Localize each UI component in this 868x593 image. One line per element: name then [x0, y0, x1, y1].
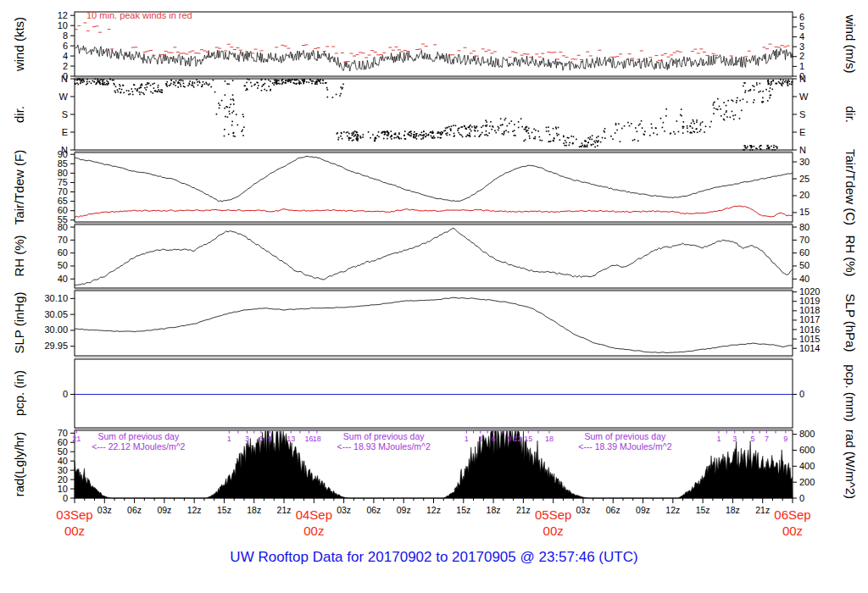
svg-text:2: 2 [63, 61, 68, 71]
svg-text:80: 80 [799, 222, 810, 232]
svg-text:10: 10 [58, 484, 68, 494]
svg-text:1020: 1020 [799, 286, 820, 296]
svg-text:0: 0 [63, 389, 68, 399]
svg-text:05Sep: 05Sep [535, 507, 571, 522]
svg-text:06Sep: 06Sep [774, 507, 810, 522]
svg-text:09z: 09z [636, 505, 650, 515]
svg-text:65: 65 [58, 196, 68, 206]
svg-text:80: 80 [58, 168, 68, 178]
svg-text:2: 2 [799, 51, 804, 61]
svg-text:1: 1 [799, 61, 804, 71]
svg-text:15z: 15z [696, 505, 710, 515]
svg-text:18z: 18z [487, 505, 501, 515]
svg-text:N: N [799, 74, 806, 84]
svg-text:70: 70 [58, 235, 68, 245]
svg-text:25: 25 [799, 174, 810, 184]
svg-text:Sum of previous day: Sum of previous day [585, 431, 666, 441]
svg-text:30.00: 30.00 [44, 324, 68, 335]
axis-label-slp-left: SLP (inHg) [12, 291, 26, 353]
axis-label-wind-left: wind (kts) [12, 17, 26, 71]
svg-text:9: 9 [268, 435, 272, 443]
svg-text:30: 30 [799, 157, 810, 167]
axis-label-rh-right: RH (%) [843, 235, 858, 276]
svg-text:15: 15 [524, 435, 532, 443]
svg-text:21: 21 [72, 435, 81, 443]
svg-text:0: 0 [63, 493, 68, 503]
axis-label-pcp-left: pcp. (in) [12, 370, 26, 416]
svg-text:09z: 09z [397, 505, 411, 515]
svg-text:85: 85 [58, 158, 68, 169]
svg-text:60: 60 [799, 247, 810, 258]
svg-text:Sum of previous day: Sum of previous day [343, 431, 425, 441]
svg-text:1017: 1017 [799, 314, 820, 324]
chart-title: UW Rooftop Data for 20170902 to 20170905… [0, 549, 868, 566]
svg-text:03z: 03z [576, 505, 590, 515]
svg-text:6: 6 [492, 435, 496, 443]
svg-text:30.05: 30.05 [44, 309, 68, 319]
svg-text:<--- 18.39 MJoules/m^2: <--- 18.39 MJoules/m^2 [578, 441, 671, 452]
axis-label-slp-right: SLP (hPa) [843, 294, 858, 352]
svg-text:75: 75 [58, 177, 68, 187]
svg-text:15z: 15z [456, 505, 470, 515]
svg-text:W: W [799, 91, 809, 102]
svg-text:13: 13 [287, 435, 295, 443]
svg-text:7: 7 [765, 435, 769, 443]
svg-text:06z: 06z [127, 505, 142, 515]
svg-text:S: S [799, 109, 805, 119]
svg-text:12: 12 [513, 435, 521, 443]
svg-text:29.95: 29.95 [44, 341, 68, 351]
svg-text:12: 12 [58, 10, 68, 20]
meteogram-svg: 0246810120123456NWSENNWSEN55606570758085… [0, 0, 868, 593]
svg-text:800: 800 [799, 429, 815, 439]
svg-text:50: 50 [58, 446, 68, 457]
svg-text:1015: 1015 [799, 334, 820, 344]
svg-text:21z: 21z [277, 505, 292, 515]
svg-text:6: 6 [799, 12, 804, 22]
svg-text:03z: 03z [337, 505, 351, 515]
svg-text:30.10: 30.10 [44, 293, 68, 303]
svg-text:<--- 18.93 MJoules/m^2: <--- 18.93 MJoules/m^2 [337, 441, 431, 452]
svg-text:50: 50 [799, 260, 810, 270]
svg-text:9: 9 [783, 435, 787, 443]
svg-text:3: 3 [478, 435, 482, 443]
axis-label-rad-right: rad (W/m^2) [843, 430, 858, 499]
svg-text:600: 600 [799, 445, 815, 455]
svg-text:06z: 06z [606, 505, 620, 515]
svg-text:4: 4 [799, 31, 804, 42]
svg-text:03Sep: 03Sep [56, 507, 92, 522]
svg-text:5: 5 [799, 21, 804, 31]
svg-text:50: 50 [58, 260, 68, 270]
svg-text:1018: 1018 [799, 305, 820, 315]
svg-text:N: N [799, 145, 806, 155]
svg-text:1016: 1016 [799, 324, 820, 335]
svg-text:10: 10 [58, 20, 68, 30]
svg-text:4: 4 [63, 51, 68, 61]
svg-text:12z: 12z [665, 505, 680, 515]
axis-label-rh-left: RH (%) [12, 235, 26, 276]
svg-text:1019: 1019 [799, 296, 820, 306]
peak-winds-note: 10 min. peak winds in red [86, 10, 192, 20]
svg-text:00z: 00z [303, 524, 324, 538]
axis-label-dir-left: dir. [12, 106, 26, 123]
svg-text:04Sep: 04Sep [296, 507, 332, 522]
svg-text:21z: 21z [755, 505, 770, 515]
svg-text:0: 0 [799, 389, 804, 399]
svg-text:Sum of previous day: Sum of previous day [97, 431, 179, 441]
svg-text:20: 20 [58, 474, 68, 485]
svg-text:60: 60 [58, 247, 68, 258]
svg-text:15z: 15z [217, 505, 231, 515]
svg-text:40: 40 [799, 274, 810, 284]
svg-text:E: E [62, 127, 68, 137]
svg-text:12z: 12z [426, 505, 441, 515]
svg-text:80: 80 [58, 222, 68, 232]
svg-text:70: 70 [58, 428, 68, 438]
svg-text:8: 8 [63, 30, 68, 41]
axis-label-pcp-right: pcp. (mm) [843, 364, 858, 422]
svg-text:1014: 1014 [799, 343, 820, 353]
svg-text:1: 1 [465, 435, 469, 443]
svg-text:70: 70 [799, 235, 810, 245]
svg-text:09z: 09z [157, 505, 171, 515]
svg-text:3: 3 [732, 435, 737, 443]
svg-text:6: 6 [63, 41, 68, 51]
svg-text:3: 3 [245, 435, 249, 443]
